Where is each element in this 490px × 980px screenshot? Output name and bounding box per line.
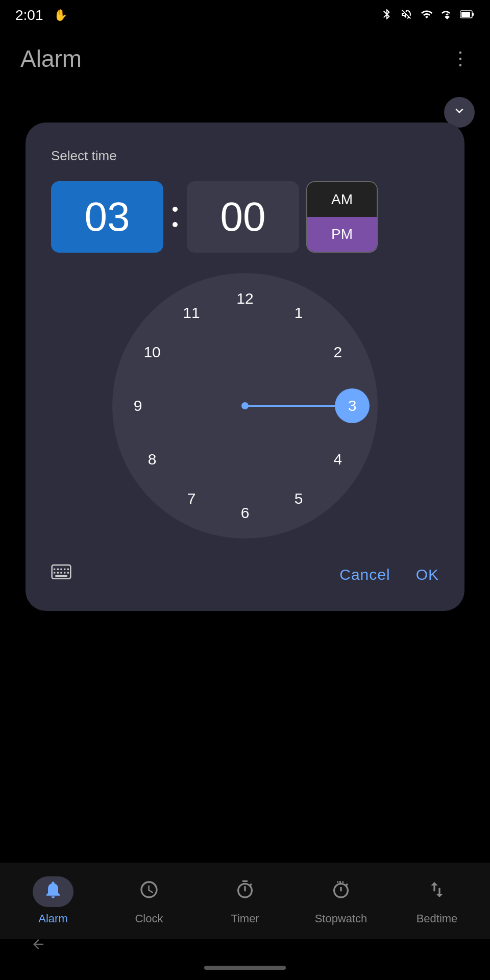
cancel-button[interactable]: Cancel	[339, 566, 390, 583]
app-title: Alarm	[20, 45, 82, 72]
svg-rect-1	[472, 13, 474, 16]
svg-rect-12	[64, 572, 65, 573]
svg-rect-13	[67, 572, 69, 573]
nav-item-bedtime[interactable]: Bedtime	[389, 876, 485, 925]
nav-item-timer[interactable]: Timer	[197, 876, 293, 925]
select-time-label: Select time	[51, 148, 439, 164]
stopwatch-icon	[331, 879, 351, 904]
clock-label: Clock	[135, 912, 163, 925]
wifi-icon	[420, 8, 434, 22]
keyboard-toggle-button[interactable]	[51, 564, 71, 585]
clock-hand	[245, 405, 347, 407]
battery-icon	[460, 9, 475, 21]
clock-container[interactable]: 121234567891011	[112, 273, 378, 538]
clock-icon-wrap	[129, 876, 169, 907]
nav-item-alarm[interactable]: Alarm	[5, 876, 101, 925]
stopwatch-label: Stopwatch	[315, 912, 368, 925]
clock-number-2[interactable]: 2	[325, 339, 351, 365]
clock-icon	[139, 879, 159, 904]
chevron-down-icon	[452, 103, 467, 122]
minute-picker[interactable]: 00	[187, 181, 299, 253]
svg-rect-5	[57, 569, 59, 570]
clock-number-8[interactable]: 8	[139, 447, 165, 472]
time-colon	[170, 207, 180, 227]
svg-rect-7	[64, 569, 65, 570]
clock-number-9[interactable]: 9	[125, 393, 151, 419]
svg-rect-14	[55, 575, 67, 577]
ok-button[interactable]: OK	[416, 566, 439, 583]
colon-dot-top	[173, 207, 178, 212]
svg-rect-8	[67, 569, 69, 570]
ampm-selector: AM PM	[306, 181, 378, 253]
bedtime-icon-wrap	[416, 876, 457, 907]
svg-rect-6	[60, 569, 62, 570]
svg-rect-10	[57, 572, 59, 573]
pm-button[interactable]: PM	[307, 217, 377, 252]
clock-number-7[interactable]: 7	[179, 486, 204, 511]
timer-icon-wrap	[225, 876, 265, 907]
nav-item-clock[interactable]: Clock	[101, 876, 197, 925]
am-button[interactable]: AM	[307, 182, 377, 217]
svg-rect-2	[461, 12, 470, 17]
mute-icon	[400, 8, 412, 22]
bedtime-icon	[427, 879, 447, 904]
status-time: 2:01	[15, 7, 43, 23]
clock-number-1[interactable]: 1	[286, 300, 311, 326]
clock-face[interactable]: 121234567891011	[112, 273, 378, 538]
clock-number-11[interactable]: 11	[179, 300, 204, 326]
app-header: Alarm ⋮	[0, 31, 490, 87]
bedtime-label: Bedtime	[416, 912, 458, 925]
gesture-bar	[204, 966, 286, 970]
selected-hour-bubble[interactable]: 3	[335, 388, 370, 423]
svg-rect-11	[60, 572, 62, 573]
back-button[interactable]	[31, 937, 46, 955]
bottom-navigation: Alarm Clock Timer Stopwatch	[0, 863, 490, 939]
svg-rect-4	[54, 569, 55, 570]
clock-center-dot	[241, 402, 249, 409]
modal-footer: Cancel OK	[51, 564, 439, 585]
status-icons	[381, 8, 475, 22]
signal-icon	[441, 8, 453, 22]
stopwatch-icon-wrap	[321, 876, 361, 907]
footer-actions: Cancel OK	[339, 566, 439, 583]
time-picker-row: 03 00 AM PM	[51, 181, 439, 253]
clock-number-6[interactable]: 6	[232, 500, 258, 526]
svg-rect-9	[54, 572, 55, 573]
timer-icon	[235, 879, 255, 904]
clock-number-10[interactable]: 10	[139, 339, 165, 365]
bluetooth-icon	[381, 8, 393, 22]
clock-number-4[interactable]: 4	[325, 447, 351, 472]
hour-picker[interactable]: 03	[51, 181, 163, 253]
timer-label: Timer	[231, 912, 259, 925]
alarm-label: Alarm	[38, 912, 67, 925]
clock-number-5[interactable]: 5	[286, 486, 311, 511]
time-picker-modal: Select time 03 00 AM PM 121234567891011 …	[26, 122, 464, 611]
colon-dot-bottom	[173, 222, 178, 227]
alarm-icon	[43, 879, 63, 904]
nav-item-stopwatch[interactable]: Stopwatch	[293, 876, 389, 925]
clock-number-12[interactable]: 12	[232, 286, 258, 311]
header-menu-button[interactable]: ⋮	[451, 48, 470, 69]
status-bar: 2:01 ✋	[0, 0, 490, 31]
touch-icon: ✋	[54, 9, 67, 22]
alarm-icon-wrap	[33, 876, 74, 907]
